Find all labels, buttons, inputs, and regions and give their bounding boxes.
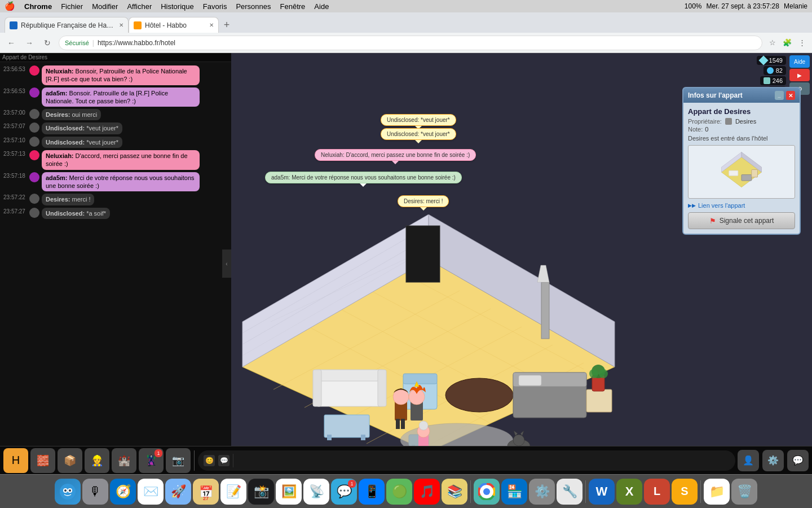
dock-appstore[interactable]: 🏪 [501, 479, 527, 505]
svg-rect-17 [541, 282, 549, 339]
dock-siri[interactable]: 🎙 [82, 479, 108, 505]
bookmark-icon[interactable]: ☆ [767, 37, 778, 49]
menubar-chrome[interactable]: Chrome [24, 2, 52, 11]
reload-button[interactable]: ↻ [41, 36, 54, 50]
menubar-fichier[interactable]: Fichier [61, 2, 83, 11]
menubar-afficher[interactable]: Afficher [127, 2, 152, 11]
tab-label-habbo: Hôtel - Habbo [145, 21, 206, 29]
menubar-favoris[interactable]: Favoris [203, 2, 227, 11]
dock-libreoffice[interactable]: L [644, 479, 670, 505]
menubar-personnes[interactable]: Personnes [236, 2, 271, 11]
tab-close-habbo[interactable]: ✕ [209, 22, 214, 28]
help-button[interactable]: Aide [789, 55, 810, 68]
info-panel: Infos sur l'appart _ ✕ Appart de Desires… [682, 87, 801, 235]
report-button[interactable]: ⚑ Signale cet appart [688, 212, 795, 229]
svg-rect-19 [316, 378, 383, 406]
habbo-rooms-icon[interactable]: 🏰 [112, 448, 136, 473]
chat-collapse-button[interactable]: ‹ [222, 249, 231, 278]
svg-rect-25 [361, 435, 365, 440]
note-row: Note: 0 [688, 126, 795, 133]
habbo-friends-icon[interactable]: 🦹 1 [139, 448, 164, 473]
dock-airdrop[interactable]: 📡 [303, 479, 329, 505]
svg-point-31 [445, 378, 513, 412]
dock-launchpad[interactable]: 🚀 [165, 479, 191, 505]
speech-bubble-1: Undisclosed: *veut jouer* [381, 128, 456, 140]
msg-time-6: 23:57:18 [3, 172, 27, 179]
speech-bubble-3: ada5m: Merci de votre réponse nous vous … [265, 172, 462, 183]
dock-finder2[interactable]: 📁 [704, 479, 730, 505]
chat-msg-2: 23:57:00 Desires: oui merci [3, 108, 228, 121]
info-panel-header: Infos sur l'appart _ ✕ [683, 88, 800, 103]
dock-calendar[interactable]: 📅 27 [193, 479, 219, 505]
bubble-2: Desires: oui merci [42, 109, 101, 120]
chat-msg-8: 23:57:27 Undisclosed: *a soif* [3, 207, 228, 220]
dock-chrome[interactable] [474, 479, 500, 505]
forward-button[interactable]: → [23, 36, 36, 50]
menubar-modifier[interactable]: Modifier [92, 2, 118, 11]
dock-scrivener[interactable]: S [672, 479, 698, 505]
dock-mail[interactable]: ✉️ [138, 479, 164, 505]
apple-menu[interactable]: 🍎 [5, 1, 15, 11]
dock-fachat[interactable]: 🟢 [386, 479, 412, 505]
svg-rect-53 [401, 419, 405, 429]
avatar-desires-0 [29, 109, 39, 119]
hud-pixels: 246 [760, 76, 786, 85]
dock-word[interactable]: W [589, 479, 615, 505]
dock-trash[interactable]: 🗑️ [731, 479, 757, 505]
owner-value: Desires [735, 118, 756, 125]
dock-facetime[interactable]: 📱 [359, 479, 385, 505]
dock-ibooks[interactable]: 📚 [442, 479, 467, 505]
chat-mode-btn[interactable]: 💬 [218, 455, 230, 466]
diamond-count: 1549 [769, 57, 783, 64]
back-button[interactable]: ← [5, 36, 18, 50]
habbo-builder-icon[interactable]: 👷 [85, 448, 109, 473]
bubble-8: Undisclosed: *a soif* [42, 208, 110, 219]
settings-taskbar-icon[interactable]: ⚙️ [762, 450, 784, 471]
habbo-inventory-icon[interactable]: 📦 [58, 448, 82, 473]
info-panel-title-text: Infos sur l'appart [688, 91, 743, 99]
dock-safari[interactable]: 🧭 [110, 479, 136, 505]
game-view[interactable]: 1549 82 246 4 m. Aide ▶ ⚙ Undis [231, 53, 812, 474]
macos-dock: 🎙 🧭 ✉️ 🚀 📅 27 📝 📸 🖼️ 📡 💬 1 📱 🟢 🎵 📚 [0, 474, 812, 508]
coin-icon [767, 67, 774, 74]
chat-input-container: 😊 💬 [198, 450, 735, 471]
info-panel-minimize[interactable]: _ [775, 91, 784, 100]
url-bar[interactable]: Sécurisé | https://www.habbo.fr/hotel [59, 36, 762, 50]
chat-text-input[interactable] [237, 456, 730, 465]
extension-icon[interactable]: 🧩 [782, 37, 793, 49]
svg-rect-24 [327, 435, 332, 440]
dock-notes[interactable]: 📝 [220, 479, 246, 505]
svg-point-42 [513, 435, 524, 446]
chat-emoji-btn[interactable]: 😊 [204, 455, 215, 466]
menubar-aide[interactable]: Aide [314, 2, 329, 11]
menubar-status: 100% Mer. 27 sept. à 23:57:28 Melanie [685, 2, 807, 10]
habbo-catalog-icon[interactable]: 🧱 [30, 448, 55, 473]
tab-rf[interactable]: République Française de Hab... ✕ [5, 17, 129, 33]
dock-excel[interactable]: X [616, 479, 642, 505]
avatar-icon[interactable]: 👤 [738, 450, 759, 471]
datetime: Mer. 27 sept. à 23:57:28 [707, 2, 779, 10]
dock-music[interactable]: 🎵 [414, 479, 440, 505]
habbo-nav-icon[interactable]: H [3, 448, 28, 473]
dock-photos[interactable]: 📸 [248, 479, 274, 505]
tab-habbo[interactable]: Hôtel - Habbo ✕ [129, 17, 219, 33]
new-tab-button[interactable]: + [219, 17, 235, 33]
chat-header-label: Appart de Desires [2, 54, 47, 60]
dock-messages[interactable]: 💬 1 [331, 479, 357, 505]
tab-close-rf[interactable]: ✕ [119, 22, 123, 28]
more-icon[interactable]: ⋮ [796, 37, 807, 49]
info-panel-close-button[interactable]: ✕ [786, 91, 795, 100]
note-value: 0 [705, 126, 708, 133]
input-divider [233, 454, 233, 467]
dock-migrate[interactable]: 🔧 [557, 479, 582, 505]
dock-preview[interactable]: 🖼️ [276, 479, 302, 505]
room-link[interactable]: Lien vers l'appart [688, 202, 795, 209]
nav-button[interactable]: ▶ [789, 69, 810, 81]
chat-messages: 23:56:53 Neluxiah: Bonsoir, Patrouille d… [0, 62, 231, 222]
menubar-historique[interactable]: Historique [161, 2, 194, 11]
notifications-icon[interactable]: 💬 [787, 450, 809, 471]
menubar-fenetre[interactable]: Fenêtre [280, 2, 306, 11]
dock-finder[interactable] [55, 479, 81, 505]
dock-settings[interactable]: ⚙️ [529, 479, 555, 505]
habbo-camera-icon[interactable]: 📷 [166, 448, 191, 473]
